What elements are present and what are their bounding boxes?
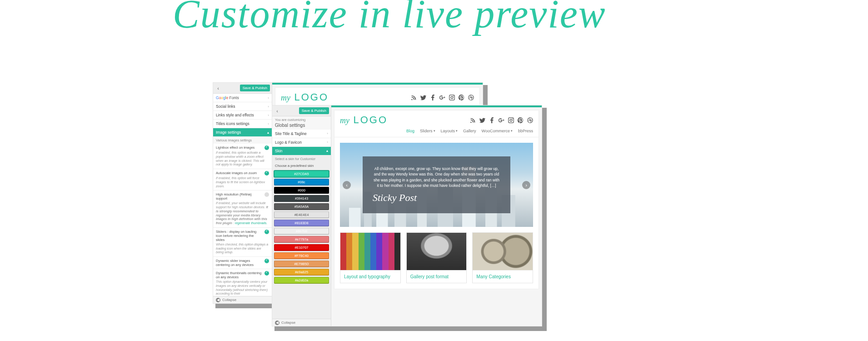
section-google-fonts[interactable]: GoogleFonts ›	[213, 94, 272, 102]
section-image-settings[interactable]: Image settings▴	[213, 128, 272, 137]
svg-point-5	[510, 119, 512, 121]
skin-swatch[interactable]: #394143	[274, 195, 329, 202]
section-logo-favicon[interactable]: Logo & Favicon›	[272, 138, 331, 147]
hero-slider: ‹ › All children, except one, grow up. T…	[340, 143, 533, 227]
slider-prev-button[interactable]: ‹	[343, 181, 351, 189]
collapse-icon: ◀	[275, 321, 279, 325]
google-plus-icon[interactable]	[439, 95, 445, 100]
section-social-links[interactable]: Social links›	[213, 102, 272, 111]
save-publish-button[interactable]: Save & Publish	[299, 107, 329, 114]
featured-card[interactable]: Layout and typography	[340, 232, 401, 283]
section-site-title[interactable]: Site Title & Tagline›	[272, 130, 331, 138]
svg-point-2	[453, 95, 454, 96]
skin-swatch[interactable]: #5A5A5A	[274, 203, 329, 210]
caret-down-icon: ▾	[434, 129, 435, 133]
nav-item[interactable]: bbPress	[518, 129, 533, 133]
section-links-style[interactable]: Links style and effects›	[213, 111, 272, 120]
skin-swatch[interactable]: #e7797a	[274, 236, 329, 243]
featured-card[interactable]: Gallery post format	[406, 232, 467, 283]
featured-card[interactable]: Many Categories	[472, 232, 533, 283]
skin-swatch[interactable]: #F78C40	[274, 252, 329, 259]
rss-icon[interactable]	[470, 117, 476, 123]
featured-cards: Layout and typographyGallery post format…	[340, 232, 533, 283]
nav-item[interactable]: Gallery	[463, 129, 476, 133]
opt-lightbox[interactable]: Lightbox effect on images If enabled, th…	[213, 144, 272, 169]
skin-swatch[interactable]: #08c	[274, 179, 329, 186]
toggle-icon[interactable]	[264, 259, 269, 263]
hero-text: All children, except one, grow up. They …	[373, 166, 500, 188]
skin-swatch[interactable]: #E10707	[274, 244, 329, 251]
skin-swatch[interactable]: #6b7b9	[274, 228, 329, 235]
hero-overlay: All children, except one, grow up. They …	[363, 156, 510, 213]
collapse-button[interactable]: ◀ Collapse	[272, 319, 331, 326]
image-settings-subhead: Various images settings	[213, 137, 272, 144]
skin-swatch[interactable]: #27CDA5	[274, 170, 329, 177]
opt-dynamic-slider-center[interactable]: Dynamic slider images centering on any d…	[213, 257, 272, 269]
twitter-icon[interactable]	[420, 95, 426, 100]
regenerate-thumbnails-link[interactable]: regenerate thumbnails.	[235, 221, 268, 225]
instagram-icon[interactable]	[508, 117, 514, 123]
google-plus-icon[interactable]	[499, 117, 504, 123]
nav-item[interactable]: WooCommerce▾	[482, 129, 513, 133]
toggle-icon[interactable]	[264, 171, 269, 176]
customizing-label: You are customizing	[275, 118, 305, 122]
facebook-icon[interactable]	[430, 95, 436, 100]
nav-item[interactable]: Blog	[406, 129, 414, 133]
twitter-icon[interactable]	[479, 117, 485, 123]
social-icons	[411, 95, 474, 100]
skin-swatch[interactable]: #e9a825	[274, 269, 329, 276]
toggle-icon[interactable]	[264, 271, 269, 276]
back-button[interactable]: ‹	[274, 108, 280, 114]
nav-item[interactable]: Layouts▾	[441, 129, 458, 133]
opt-slider-loading-icon[interactable]: Sliders : display on loading icon before…	[213, 228, 272, 257]
card-title: Gallery post format	[407, 270, 467, 283]
toggle-icon[interactable]	[264, 230, 269, 234]
pinterest-icon[interactable]	[459, 95, 464, 100]
svg-rect-4	[509, 117, 514, 122]
toggle-icon[interactable]	[264, 145, 269, 150]
skin-choose-label: Choose a predefined skin	[272, 162, 331, 169]
customizer-sidebar-back: ‹ Save & Publish GoogleFonts › Social li…	[213, 83, 272, 303]
skin-swatch[interactable]: #E4E4E4	[274, 211, 329, 218]
svg-rect-0	[449, 95, 454, 100]
dribbble-icon[interactable]	[468, 95, 474, 100]
customizer-window-skin: ‹ Save & Publish You are customizing Glo…	[272, 105, 542, 326]
opt-retina[interactable]: High resolution (Retina) support If enab…	[213, 191, 272, 228]
skin-swatch[interactable]: #a2d02a	[274, 277, 329, 284]
instagram-icon[interactable]	[449, 95, 455, 100]
dribbble-icon[interactable]	[527, 117, 533, 123]
opt-autoscale[interactable]: Autoscale images on zoom If enabled, thi…	[213, 169, 272, 191]
svg-point-6	[512, 118, 513, 119]
card-image	[473, 233, 533, 270]
card-title: Many Categories	[473, 270, 533, 283]
site-logo: my LOGO	[340, 114, 388, 126]
save-publish-button[interactable]: Save & Publish	[240, 85, 270, 91]
opt-dynamic-thumb-center[interactable]: Dynamic thumbnails centering on any devi…	[213, 269, 272, 298]
rss-icon[interactable]	[411, 95, 417, 100]
card-image	[340, 233, 400, 270]
hero-sticky-label: Sticky Post	[373, 192, 500, 204]
skin-subhead: Select a skin for Customizr	[272, 155, 331, 162]
back-button[interactable]: ‹	[215, 85, 221, 91]
site-nav: BlogSliders▾Layouts▾GalleryWooCommerce▾b…	[334, 127, 539, 137]
caret-down-icon: ▾	[511, 129, 513, 133]
section-skin[interactable]: Skin▴	[272, 147, 331, 155]
skin-swatch[interactable]: #8183D8	[274, 220, 329, 226]
skin-swatch[interactable]: #E79B5D	[274, 261, 329, 267]
site-logo: my LOGO	[281, 91, 329, 103]
skin-swatch[interactable]: #000	[274, 187, 329, 194]
pinterest-icon[interactable]	[518, 117, 524, 123]
collapse-icon: ◀	[216, 298, 220, 302]
nav-item[interactable]: Sliders▾	[420, 129, 435, 133]
slider-next-button[interactable]: ›	[522, 181, 530, 189]
global-settings-label: Global settings	[275, 123, 305, 128]
facebook-icon[interactable]	[489, 117, 495, 123]
social-icons	[470, 117, 533, 123]
svg-point-1	[451, 96, 453, 99]
collapse-button[interactable]: ◀ Collapse	[213, 296, 272, 303]
toggle-icon[interactable]	[264, 192, 269, 197]
section-titles-icons[interactable]: Titles icons settings›	[213, 120, 272, 128]
customizer-sidebar-front: ‹ Save & Publish You are customizing Glo…	[272, 105, 331, 326]
card-title: Layout and typography	[340, 270, 400, 283]
site-preview-front: my LOGO BlogSliders▾Layouts▾GalleryWooCo…	[331, 105, 542, 326]
